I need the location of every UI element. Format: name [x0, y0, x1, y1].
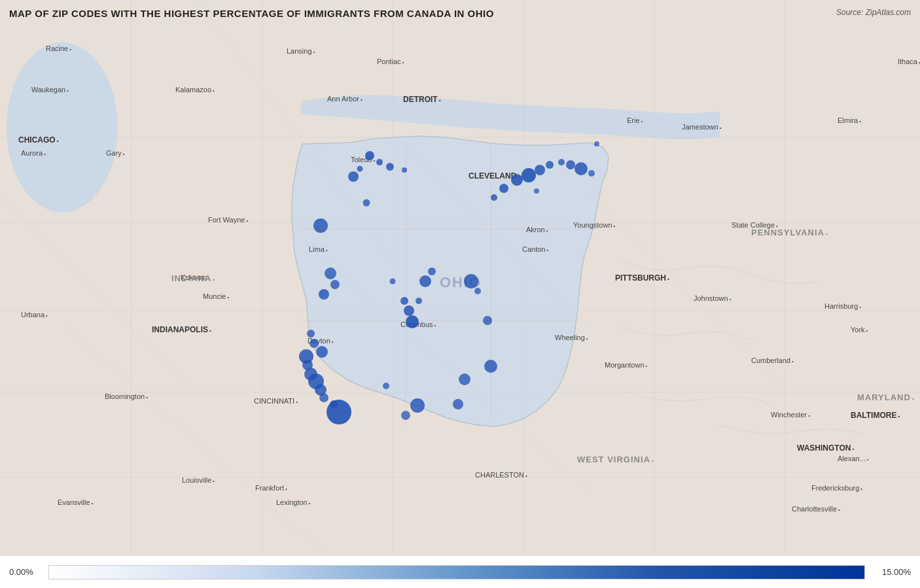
data-dot — [307, 330, 315, 337]
data-dot — [319, 393, 328, 402]
data-dot — [325, 268, 336, 279]
city-label: Pontiac — [377, 58, 404, 65]
data-dot — [522, 168, 536, 182]
data-dot — [558, 159, 565, 165]
city-label: Cumberland — [751, 356, 794, 364]
city-label: Evansville — [58, 498, 93, 506]
data-dot — [363, 199, 370, 207]
city-label: INDIANA — [171, 273, 215, 283]
data-dot — [588, 170, 595, 177]
city-label: WASHINGTON — [797, 443, 854, 453]
data-dot — [566, 160, 575, 169]
data-dot — [459, 373, 470, 385]
data-dot — [348, 171, 359, 182]
data-dot — [310, 339, 319, 348]
data-dot — [575, 162, 588, 175]
data-dot — [376, 159, 383, 165]
city-label: Youngstown — [573, 221, 615, 229]
city-label: CHARLESTON — [475, 471, 527, 479]
data-dot — [401, 411, 410, 420]
data-dot — [484, 360, 497, 373]
legend: 0.00% 15.00% — [0, 556, 920, 588]
city-label: Gary — [106, 149, 125, 157]
city-label: MARYLAND — [857, 392, 915, 402]
map-title: MAP OF ZIP CODES WITH THE HIGHEST PERCEN… — [9, 8, 494, 19]
city-label: York — [851, 326, 868, 334]
data-dot — [499, 184, 508, 193]
city-label: Urbana — [21, 311, 48, 319]
data-dot — [313, 218, 328, 233]
data-dot — [483, 316, 492, 325]
source-label: Source: ZipAtlas.com — [836, 8, 911, 17]
city-label: PENNSYLVANIA — [751, 228, 828, 237]
city-label: Jamestown — [682, 123, 721, 131]
city-label: BALTIMORE — [851, 411, 900, 420]
data-dot — [386, 163, 394, 171]
city-label: Muncie — [203, 292, 229, 300]
city-label: Canton — [522, 245, 548, 253]
city-label: Kalamazoo — [175, 86, 215, 94]
city-label: Johnstown — [694, 294, 731, 302]
city-label: Winchester — [771, 411, 810, 419]
city-label: Erie — [627, 116, 643, 124]
city-label: Aurora — [21, 149, 46, 157]
map-container: MAP OF ZIP CODES WITH THE HIGHEST PERCEN… — [0, 0, 920, 588]
data-dot — [416, 298, 422, 304]
city-label: Morgantown — [605, 361, 647, 369]
city-label: CINCINNATI — [254, 397, 298, 405]
svg-point-1 — [7, 43, 118, 213]
city-label: Ann Arbor — [327, 95, 363, 103]
data-dot — [464, 274, 478, 288]
data-dot — [534, 188, 539, 194]
city-label: Charlottesville — [792, 505, 840, 513]
data-dot — [453, 399, 463, 409]
data-dot — [491, 194, 497, 201]
city-label: PITTSBURGH — [615, 273, 669, 283]
city-label: INDIANAPOLIS — [152, 325, 211, 334]
data-dot — [419, 275, 431, 287]
data-dot — [330, 280, 340, 289]
data-dot — [400, 297, 408, 305]
data-dot — [406, 315, 419, 328]
city-label: Louisville — [182, 476, 215, 484]
legend-max-label: 15.00% — [872, 567, 911, 577]
city-label: Bloomington — [105, 392, 148, 400]
data-dot — [428, 268, 436, 275]
city-label: Lima — [309, 245, 328, 253]
legend-min-label: 0.00% — [9, 567, 42, 577]
legend-gradient-bar — [48, 565, 865, 579]
data-dot — [535, 165, 545, 175]
data-dot — [402, 167, 407, 173]
city-label: Harrisburg — [824, 302, 861, 310]
data-dot — [474, 288, 481, 294]
city-label: Frankfort — [255, 484, 287, 492]
data-dot — [546, 161, 554, 169]
data-dot — [365, 151, 374, 160]
data-dot — [327, 400, 351, 424]
city-label: Racine — [46, 44, 71, 52]
city-label: Lansing — [287, 47, 315, 55]
city-label: Waukegan — [31, 86, 69, 94]
data-dot — [404, 305, 414, 316]
data-dot — [357, 166, 363, 172]
city-label: Elmira — [838, 116, 861, 124]
city-label: Wheeling — [555, 334, 588, 341]
city-label: Alexan... — [838, 455, 869, 462]
city-label: Ithaca — [898, 58, 920, 65]
data-dot — [410, 398, 425, 413]
city-label: CHICAGO — [18, 135, 58, 145]
city-label: WEST VIRGINIA — [577, 455, 654, 464]
data-dot — [594, 141, 599, 147]
data-dot — [383, 383, 389, 389]
city-label: Fort Wayne — [208, 216, 248, 224]
city-label: DETROIT — [403, 95, 440, 104]
city-label: Lexington — [276, 498, 311, 506]
city-label: Akron — [526, 226, 548, 233]
city-label: Fredericksburg — [811, 484, 862, 492]
data-dot — [390, 279, 396, 285]
data-dot — [316, 346, 328, 358]
data-dot — [319, 289, 329, 300]
